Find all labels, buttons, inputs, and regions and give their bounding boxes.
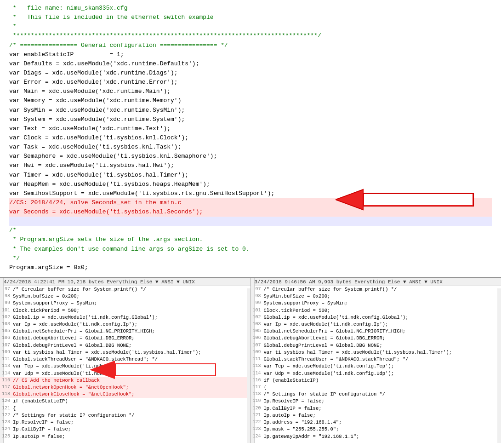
line-number: 97 <box>0 286 13 293</box>
code-line: var Defaults = xdc.useModule('xdc.runtim… <box>9 59 492 69</box>
pane-line: 111 Global.stackThreadUser = "&NDKACO_st… <box>0 356 250 363</box>
line-number: 103 <box>0 321 13 328</box>
line-content: Ip.ResolveIP = false; <box>13 419 74 426</box>
pane-line: 120 Ip.CallByIP = false; <box>251 405 501 412</box>
pane-line: 98 SysMin.bufSize = 0x200; <box>0 293 250 300</box>
pane-line: 117 { <box>251 384 501 391</box>
code-line: var Text = xdc.useModule('xdc.runtime.Te… <box>9 124 492 133</box>
pane-line: 117Global.networkOpenHook = "&netOpenHoo… <box>0 384 250 391</box>
pane-line: 116 if (enableStaticIP) <box>251 377 501 384</box>
line-number: 117 <box>0 384 13 391</box>
line-number: 124 <box>0 426 13 433</box>
line-number: 106 <box>251 335 264 342</box>
line-number: 121 <box>251 412 264 419</box>
pane-line: 118Global.networkCloseHook = "&netCloseH… <box>0 391 250 398</box>
line-number: 114 <box>0 370 13 377</box>
line-content: Ip.ResolveIP = false; <box>264 398 325 405</box>
line-content: Global.netSchedulerPri = Global.NC_PRIOR… <box>13 328 155 335</box>
line-number: 114 <box>251 370 264 377</box>
code-line: var enableStaticIP = 1; <box>9 50 492 59</box>
pane-line: 103 var Ip = xdc.useModule('ti.ndk.confi… <box>0 321 250 328</box>
code-line: var Task = xdc.useModule('ti.sysbios.knl… <box>9 143 492 152</box>
pane-line: 116// CS Add the network callback <box>0 377 250 384</box>
pane-line: 107 Global.debugPrintLevel = Global.DBG_… <box>0 342 250 349</box>
line-number: 101 <box>251 307 264 314</box>
pane-line: 126 Ip.address = "192.168.1.4"; <box>0 440 250 441</box>
line-content: /* Settings for static IP configuration … <box>13 412 135 419</box>
code-line: Program.argSize = 0x0; <box>9 263 492 272</box>
line-number: 119 <box>251 398 264 405</box>
pane-line: 124 Ip.CallByIP = false; <box>0 426 250 433</box>
pane-line: 105 Global.netSchedulerPri = Global.NC_P… <box>0 328 250 335</box>
code-line: var Clock = xdc.useModule('ti.sysbios.kn… <box>9 133 492 143</box>
pane-line: 119 Ip.ResolveIP = false; <box>251 398 501 405</box>
line-content: /* Settings for static IP configuration … <box>264 391 386 398</box>
line-number: 125 <box>0 433 13 440</box>
line-number: 109 <box>0 349 13 356</box>
left-pane-header: 4/24/2018 4:22:41 PM 10,218 bytes Everyt… <box>0 278 250 286</box>
line-number: 113 <box>0 363 13 370</box>
line-number: 126 <box>0 440 13 441</box>
pane-line: 109 var ti_sysbios_hal_Timer = xdc.useMo… <box>251 349 501 356</box>
line-content: Global.netSchedulerPri = Global.NC_PRIOR… <box>264 328 406 335</box>
code-line: var Timer = xdc.useModule('ti.sysbios.ha… <box>9 171 492 180</box>
line-content: if (enableStaticIP) <box>13 398 68 405</box>
line-number: 125 <box>251 440 264 441</box>
pane-line: 106 Global.debugAbortLevel = Global.DBG_… <box>0 335 250 342</box>
left-pane-content[interactable]: 97 /* Circular buffer size for System_pr… <box>0 286 250 441</box>
line-content: } <box>264 440 267 441</box>
pane-line: 103 var Ip = xdc.useModule('ti.ndk.confi… <box>251 321 501 328</box>
pane-line: 109 var ti_sysbios_hal_Timer = xdc.useMo… <box>0 349 250 356</box>
line-content: SysMin.bufSize = 0x200; <box>13 293 80 300</box>
code-line: var Seconds = xdc.useModule('ti.sysbios.… <box>9 207 492 217</box>
right-pane-content[interactable]: 97 /* Circular buffer size for System_pr… <box>251 286 501 441</box>
code-line: var Semaphore = xdc.useModule('ti.sysbio… <box>9 152 492 161</box>
line-number: 103 <box>251 321 264 328</box>
line-content: Clock.tickPeriod = 500; <box>13 307 80 314</box>
line-content: var Ip = xdc.useModule('ti.ndk.config.Ip… <box>13 321 137 328</box>
bottom-split-area: 4/24/2018 4:22:41 PM 10,218 bytes Everyt… <box>0 277 501 443</box>
pane-line: 125 } <box>251 440 501 441</box>
pane-line: 101 Clock.tickPeriod = 500; <box>0 307 250 314</box>
pane-line: 105 Global.netSchedulerPri = Global.NC_P… <box>251 328 501 335</box>
pane-line: 114 var Udp = xdc.useModule('ti.ndk.conf… <box>0 370 250 377</box>
pane-line: 122 /* Settings for static IP configurat… <box>0 412 250 419</box>
code-line: * <box>9 22 492 31</box>
line-content: Clock.tickPeriod = 500; <box>264 307 330 314</box>
code-line: /* ================ General configuratio… <box>9 41 492 50</box>
line-content: // CS Add the network callback <box>13 377 100 384</box>
pane-line: 121 { <box>0 405 250 412</box>
code-line <box>9 217 492 226</box>
code-line: var Memory = xdc.useModule('xdc.runtime.… <box>9 96 492 105</box>
pane-line: 122 Ip.address = "192.168.1.4"; <box>251 419 501 426</box>
left-scrollbar[interactable] <box>247 288 250 443</box>
left-pane-title: 4/24/2018 4:22:41 PM 10,218 bytes Everyt… <box>4 279 195 285</box>
right-pane-title: 3/24/2018 9:46:56 AM 9,993 bytes Everyth… <box>255 279 443 285</box>
line-content: Global.debugAbortLevel = Global.DBG_ERRO… <box>264 335 386 342</box>
line-number: 121 <box>0 405 13 412</box>
code-line: ****************************************… <box>9 31 492 40</box>
line-content: { <box>13 405 16 412</box>
line-number: 105 <box>0 328 13 335</box>
line-number: 97 <box>251 286 264 293</box>
line-content: Global.networkCloseHook = "&netCloseHook… <box>13 391 135 398</box>
line-content: SysMin.bufSize = 0x200; <box>264 293 330 300</box>
line-number: 102 <box>251 314 264 321</box>
code-line: * This file is included in the ethernet … <box>9 13 492 22</box>
pane-line: 111 Global.stackThreadUser = "&NDKACO_st… <box>251 356 501 363</box>
line-content: var ti_sysbios_hal_Timer = xdc.useModule… <box>13 349 201 356</box>
line-content: Ip.gatewayIpAddr = "192.168.1.1"; <box>264 433 359 440</box>
pane-line: 123 Ip.mask = "255.255.255.0"; <box>251 426 501 433</box>
code-line: var System = xdc.useModule('xdc.runtime.… <box>9 115 492 124</box>
pane-line: 120 if (enableStaticIP) <box>0 398 250 405</box>
right-pane-header: 3/24/2018 9:46:56 AM 9,993 bytes Everyth… <box>251 278 501 286</box>
line-number: 98 <box>0 293 13 300</box>
right-scrollbar[interactable] <box>497 288 501 443</box>
line-number: 117 <box>251 384 264 391</box>
line-content: Ip.autoIp = false; <box>264 412 316 419</box>
line-content: Global.stackThreadUser = "&NDKACO_stackT… <box>13 356 158 363</box>
pane-line: 97 /* Circular buffer size for System_pr… <box>0 286 250 293</box>
line-number: 111 <box>0 356 13 363</box>
top-code-area: * file name: nimu_skam335x.cfg * This fi… <box>0 0 501 277</box>
line-content: { <box>264 384 267 391</box>
